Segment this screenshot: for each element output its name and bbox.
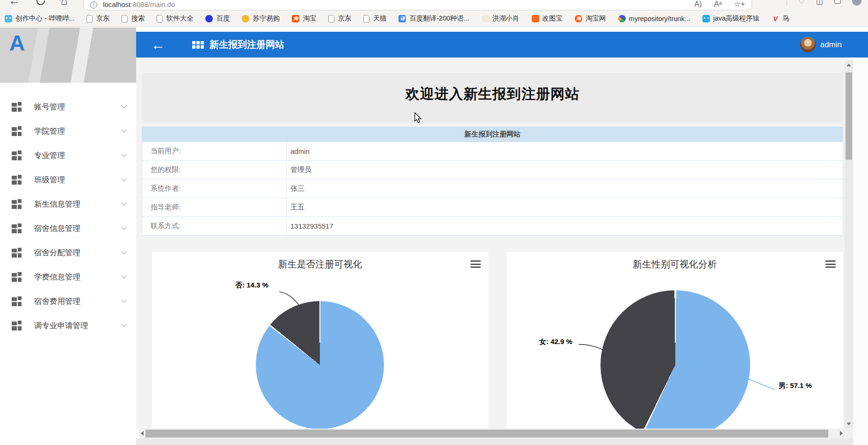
bookmark-item[interactable]: 淘淘宝 — [292, 14, 316, 23]
grid-icon — [12, 322, 22, 330]
table-row: 联系方式:13132935517 — [142, 216, 843, 235]
page-title: 新生报到注册网站 — [210, 38, 284, 51]
scroll-down-icon[interactable] — [846, 423, 851, 425]
scroll-right-icon[interactable] — [840, 431, 843, 436]
bookmark-label: 百度翻译-200种语... — [409, 14, 469, 23]
table-row: 您的权限:管理员 — [142, 160, 843, 179]
chart-menu-icon[interactable] — [825, 260, 836, 268]
bookmark-label: java高级程序猿 — [713, 14, 760, 23]
sidebar-item[interactable]: 专业管理 — [0, 144, 136, 168]
site-info-icon[interactable]: i — [90, 1, 97, 8]
pie-gender[interactable] — [600, 290, 750, 429]
profile-icon[interactable] — [852, 0, 861, 6]
home-icon[interactable]: ⌂ — [61, 0, 68, 7]
horizontal-scrollbar-thumb[interactable] — [145, 430, 828, 438]
sidebar-item[interactable]: 宿舍分配管理 — [0, 241, 136, 265]
bookmark-label: 京东 — [338, 14, 351, 23]
chevron-down-icon[interactable] — [121, 224, 126, 230]
sidebar-item-label: 学费信息管理 — [34, 272, 80, 282]
bookmark-item[interactable]: 京东 — [328, 14, 351, 23]
chart-menu-icon[interactable] — [470, 260, 481, 268]
chevron-down-icon[interactable] — [121, 176, 126, 181]
sidebar-item-label: 宿舍费用管理 — [34, 296, 80, 307]
vertical-scrollbar[interactable] — [845, 60, 853, 429]
bookmark-item[interactable]: 天猫 — [363, 14, 386, 23]
text-size-icon[interactable]: Aᵃ — [714, 0, 722, 8]
pie-registration[interactable] — [256, 301, 384, 429]
bookmark-item[interactable]: 苏宁易购 — [242, 14, 280, 23]
bookmark-item[interactable]: 淘淘宝网 — [575, 14, 606, 23]
reload-icon[interactable] — [35, 0, 46, 7]
chevron-down-icon[interactable] — [121, 103, 126, 108]
chevron-down-icon[interactable] — [121, 322, 126, 327]
back-icon[interactable]: ← — [8, 0, 21, 8]
page-icon — [363, 15, 369, 22]
row-value: 管理员 — [287, 161, 843, 179]
url-text[interactable]: localhost:8088/main.do — [103, 0, 175, 8]
bookmark-item[interactable]: myrepository/trunk... — [618, 15, 690, 22]
sidebar-item[interactable]: 班级管理 — [0, 168, 136, 192]
scroll-up-icon[interactable] — [846, 64, 851, 66]
row-label: 联系方式: — [142, 217, 287, 235]
avatar[interactable] — [800, 37, 816, 52]
sidebar-item[interactable]: 账号管理 — [0, 95, 136, 119]
sidebar-item[interactable]: 调专业申请管理 — [0, 314, 136, 338]
bookmark-label: 改图宝 — [542, 14, 563, 23]
bookmark-item[interactable]: 京东 — [87, 14, 109, 23]
grid-icon — [12, 176, 22, 185]
chevron-down-icon[interactable] — [121, 127, 126, 132]
split-screen-icon[interactable]: ◫ — [816, 0, 823, 6]
chevron-down-icon[interactable] — [121, 151, 126, 157]
chart-title: 新生是否注册可视化 — [152, 252, 488, 271]
grid-icon — [12, 224, 22, 233]
bookmark-item[interactable]: 百度 — [205, 14, 230, 23]
sidebar-item-label: 宿舍信息管理 — [34, 223, 80, 234]
chevron-down-icon[interactable] — [121, 273, 126, 278]
bookmark-item[interactable]: java高级程序猿 — [702, 14, 760, 23]
sidebar-item[interactable]: 新生信息管理 — [0, 192, 136, 216]
bookmark-item[interactable]: 洪湖小肖 — [482, 14, 520, 23]
sidebar-item[interactable]: 学费信息管理 — [0, 265, 136, 289]
sidebar-item[interactable]: 学院管理 — [0, 119, 136, 144]
horizontal-scrollbar[interactable] — [139, 429, 845, 438]
chart-title: 新生性别可视化分析 — [506, 252, 843, 271]
chevron-down-icon[interactable] — [121, 249, 126, 254]
bookmark-item[interactable]: 译百度翻译-200种语... — [398, 14, 469, 23]
collections-icon[interactable] — [834, 0, 841, 4]
table-row: 系统作者:张三 — [142, 179, 843, 198]
header-back-icon[interactable]: ← — [151, 38, 165, 52]
chevron-down-icon[interactable] — [121, 297, 126, 302]
address-bar[interactable]: i localhost:8088/main.do A) Aᵃ ☆+ — [83, 0, 752, 10]
grid-menu-icon[interactable] — [192, 41, 204, 49]
sidebar-item[interactable]: 宿舍费用管理 — [0, 289, 136, 314]
favorite-add-icon[interactable]: ☆+ — [734, 0, 745, 8]
browser-toolbar: ← ⌂ i localhost:8088/main.do A) Aᵃ ☆+ ♡ … — [0, 0, 868, 10]
bookmark-item[interactable]: 搜索 — [122, 14, 145, 23]
sidebar-item[interactable]: 宿舍信息管理 — [0, 216, 136, 241]
page-right-gutter — [853, 57, 868, 445]
welcome-panel: 欢迎进入新生报到注册网站 — [142, 73, 843, 123]
sidebar-banner: A — [0, 28, 136, 83]
baidu-translate-icon: 译 — [398, 15, 406, 22]
bookmark-item[interactable]: 改图宝 — [532, 14, 563, 23]
read-aloud-icon[interactable]: A) — [694, 0, 702, 8]
user-menu[interactable]: admin — [800, 37, 842, 52]
bookmark-item[interactable]: 软件大全 — [157, 14, 193, 23]
charts-row: 新生是否注册可视化 否: 14.3 % 新生性别可视化分析 — [152, 252, 843, 429]
feather-icon — [482, 15, 489, 22]
bookmark-label: 鸟 — [782, 14, 789, 23]
page-icon — [157, 15, 163, 22]
vertical-scrollbar-thumb[interactable] — [846, 72, 852, 160]
row-value: 13132935517 — [287, 217, 843, 235]
bookmark-item[interactable]: 创作中心 - 哔哩哔... — [5, 14, 74, 23]
row-label: 系统作者: — [142, 179, 287, 198]
welcome-title: 欢迎进入新生报到注册网站 — [142, 73, 843, 104]
browser-essentials-icon[interactable]: ♡ — [798, 0, 805, 6]
pie-slice-label: 男: 57.1 % — [779, 381, 812, 390]
scroll-left-icon[interactable] — [141, 431, 144, 436]
chevron-down-icon[interactable] — [121, 200, 126, 205]
grid-icon — [12, 151, 22, 160]
sidebar-item-label: 宿舍分配管理 — [34, 248, 80, 258]
bookmark-item[interactable]: V鸟 — [772, 14, 789, 23]
grid-icon — [12, 103, 22, 112]
